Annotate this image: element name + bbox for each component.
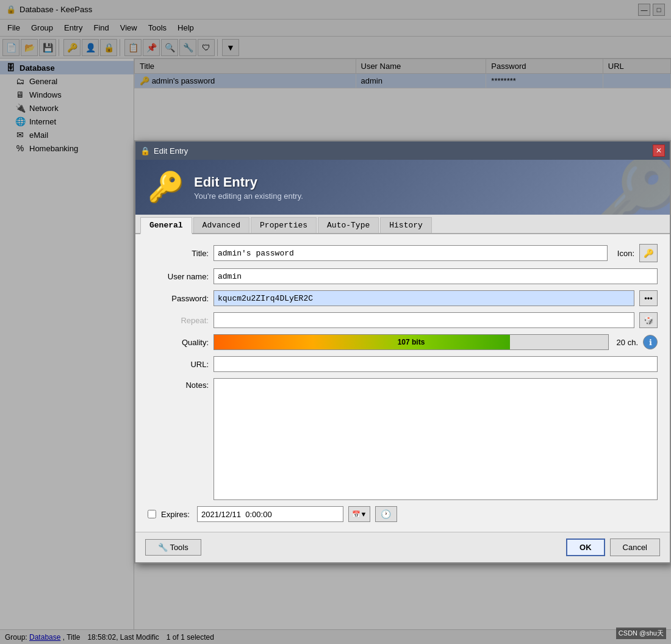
banner-bg-icon: 🔑 [590, 160, 670, 215]
quality-row: Quality: 107 bits 20 ch. ℹ [148, 334, 658, 350]
quality-bar: 107 bits [214, 334, 609, 350]
username-input[interactable] [214, 268, 658, 284]
notes-label: Notes: [148, 378, 209, 390]
expires-label: Expires: [161, 510, 190, 519]
footer-buttons: OK Cancel [566, 538, 660, 556]
quality-label: Quality: [148, 338, 209, 347]
title-row: Title: Icon: 🔑 [148, 244, 658, 262]
repeat-input[interactable] [214, 312, 634, 328]
dialog-close-button[interactable]: ✕ [653, 145, 665, 157]
quality-bits-text: 107 bits [398, 338, 425, 346]
username-label: User name: [148, 272, 209, 281]
tab-properties[interactable]: Properties [251, 217, 317, 233]
dialog-content: Title: Icon: 🔑 User name: Password: ••• … [135, 234, 670, 532]
expires-checkbox[interactable] [148, 510, 156, 518]
tab-advanced[interactable]: Advanced [193, 217, 249, 233]
expires-calendar-button[interactable]: 📅▼ [348, 506, 370, 522]
banner-heading: Edit Entry [194, 174, 303, 190]
banner-key-icon: 🔑 [148, 170, 184, 204]
repeat-label: Repeat: [148, 316, 209, 325]
edit-entry-dialog: 🔒 Edit Entry ✕ 🔑 Edit Entry You're editi… [134, 140, 671, 564]
notes-textarea[interactable] [214, 378, 658, 500]
watermark: CSDN @shu天 [616, 628, 666, 639]
cancel-button[interactable]: Cancel [610, 538, 660, 556]
banner-subtext: You're editing an existing entry. [194, 191, 303, 201]
expires-time-button[interactable]: 🕐 [375, 506, 397, 522]
dialog-footer: 🔧 Tools OK Cancel [135, 532, 670, 562]
quality-info-button[interactable]: ℹ [643, 335, 658, 349]
quality-ch-text: 20 ch. [614, 338, 638, 347]
banner-text: Edit Entry You're editing an existing en… [194, 174, 303, 201]
title-input[interactable] [214, 245, 608, 261]
dialog-titlebar: 🔒 Edit Entry ✕ [135, 141, 670, 160]
url-row: URL: [148, 356, 658, 372]
dialog-titlebar-text: Edit Entry [154, 146, 188, 156]
dialog-titlebar-left: 🔒 Edit Entry [140, 146, 188, 156]
quality-bar-fill [214, 335, 510, 349]
tab-history[interactable]: History [380, 217, 432, 233]
tab-autotype[interactable]: Auto-Type [318, 217, 379, 233]
dialog-titlebar-icon: 🔒 [140, 146, 150, 156]
password-row: Password: ••• [148, 290, 658, 306]
tab-bar: General Advanced Properties Auto-Type Hi… [135, 215, 670, 234]
url-label: URL: [148, 360, 209, 369]
ok-button[interactable]: OK [566, 538, 605, 556]
notes-row: Notes: [148, 378, 658, 500]
expires-input[interactable] [197, 506, 343, 522]
username-row: User name: [148, 268, 658, 284]
icon-button[interactable]: 🔑 [639, 244, 658, 262]
url-input[interactable] [214, 356, 658, 372]
repeat-row: Repeat: 🎲 [148, 312, 658, 328]
password-input[interactable] [214, 290, 634, 306]
expires-row: Expires: 📅▼ 🕐 [148, 506, 658, 522]
generate-password-button[interactable]: 🎲 [639, 312, 658, 328]
dialog-banner: 🔑 Edit Entry You're editing an existing … [135, 160, 670, 215]
password-label: Password: [148, 294, 209, 303]
password-toggle-button[interactable]: ••• [639, 290, 658, 306]
tools-button[interactable]: 🔧 Tools [145, 539, 201, 556]
title-label: Title: [148, 249, 209, 258]
icon-label: Icon: [617, 249, 634, 258]
tab-general[interactable]: General [140, 217, 192, 234]
